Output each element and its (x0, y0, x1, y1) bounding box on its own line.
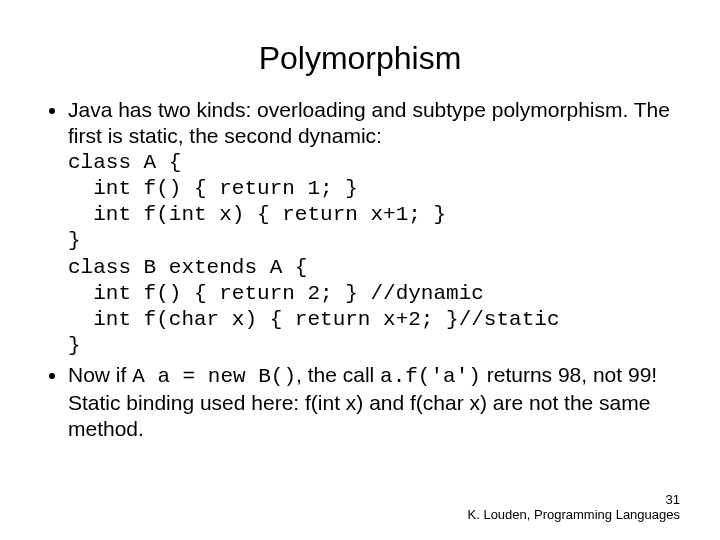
inline-code-2: a.f('a') (380, 365, 481, 388)
slide-footer: 31 K. Louden, Programming Languages (468, 493, 680, 522)
bullet-1-intro: Java has two kinds: overloading and subt… (68, 98, 670, 147)
slide-title: Polymorphism (40, 40, 680, 77)
slide: Polymorphism Java has two kinds: overloa… (0, 0, 720, 540)
page-number: 31 (468, 493, 680, 507)
inline-code-1: A a = new B() (132, 365, 296, 388)
bullet-1: Java has two kinds: overloading and subt… (68, 97, 680, 360)
bullet-2: Now if A a = new B(), the call a.f('a') … (68, 362, 680, 443)
bullet-2-prefix: Now if (68, 363, 132, 386)
slide-body: Java has two kinds: overloading and subt… (40, 97, 680, 442)
bullet-2-mid1: , the call (296, 363, 380, 386)
footer-author: K. Louden, Programming Languages (468, 508, 680, 522)
code-block: class A { int f() { return 1; } int f(in… (68, 150, 680, 360)
